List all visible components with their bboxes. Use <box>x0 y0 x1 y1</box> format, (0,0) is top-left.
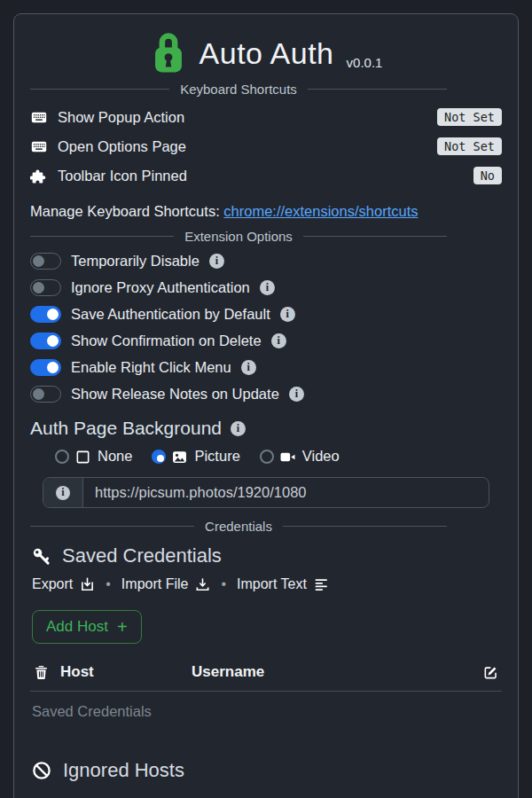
separator-dot: • <box>221 576 226 592</box>
export-label: Export <box>32 576 73 592</box>
camera-video-icon <box>280 450 296 464</box>
username-column-header: Username <box>192 663 483 681</box>
temporarily-disable-toggle[interactable] <box>30 253 61 270</box>
option-label: Enable Right Click Menu <box>71 359 231 376</box>
ignored-hosts-title: Ignored Hosts <box>63 759 184 782</box>
option-row-ignore-proxy: Ignore Proxy Authentication i <box>30 278 502 297</box>
text-left-icon <box>314 577 329 592</box>
info-icon[interactable]: i <box>260 280 275 295</box>
slash-circle-icon <box>32 761 51 780</box>
url-info-addon[interactable]: i <box>43 478 83 507</box>
keyboard-icon <box>30 139 48 154</box>
info-icon: i <box>56 486 70 500</box>
export-link[interactable]: Export <box>32 576 95 592</box>
shortcut-row-show-popup: Show Popup Action Not Set <box>30 108 502 126</box>
ignored-hosts-table-header: Host <box>43 791 502 798</box>
lock-icon <box>150 30 187 76</box>
save-auth-default-toggle[interactable] <box>30 306 61 323</box>
credentials-label: Credentials <box>205 519 272 534</box>
version-label: v0.0.1 <box>347 55 383 76</box>
option-label: Show Confirmation on Delete <box>71 332 262 349</box>
none-radio[interactable] <box>55 450 69 464</box>
puzzle-icon <box>30 168 48 184</box>
shortcut-label: Show Popup Action <box>58 109 184 126</box>
choice-none[interactable]: None <box>55 448 132 465</box>
extension-options-divider: Extension Options <box>30 229 447 244</box>
saved-credentials-title: Saved Credentials <box>62 544 222 567</box>
shortcut-value-badge: Not Set <box>437 137 502 155</box>
separator-dot: • <box>106 576 111 592</box>
info-icon[interactable]: i <box>209 254 224 269</box>
option-row-save-auth-default: Save Authentication by Default i <box>30 304 502 324</box>
auth-background-choices: None Picture Video <box>55 448 502 465</box>
option-label: Show Release Notes on Update <box>71 386 279 403</box>
box-arrow-down-icon <box>80 577 95 592</box>
credentials-actions-row: Export • Import File • Import Text <box>32 576 502 592</box>
shortcut-label: Open Options Page <box>58 138 186 155</box>
choice-label: Picture <box>194 448 239 465</box>
option-row-right-click-menu: Enable Right Click Menu i <box>30 357 502 377</box>
credentials-divider: Credentials <box>30 519 447 534</box>
option-row-temporarily-disable: Temporarily Disable i <box>30 251 502 270</box>
trash-icon[interactable] <box>34 664 49 680</box>
options-page-card: Auto Auth v0.0.1 Keyboard Shortcuts Show… <box>13 13 519 798</box>
choice-label: Video <box>302 448 340 465</box>
shortcut-row-toolbar-pinned: Toolbar Icon Pinned No <box>30 167 502 184</box>
ignore-proxy-toggle[interactable] <box>30 279 61 296</box>
shortcut-value-badge: Not Set <box>437 108 502 126</box>
saved-credentials-empty-text: Saved Credentials <box>32 703 502 720</box>
key-icon <box>32 547 51 566</box>
option-row-release-notes: Show Release Notes on Update i <box>30 384 502 403</box>
option-row-confirm-delete: Show Confirmation on Delete i <box>30 331 502 350</box>
credentials-table-header: Host Username <box>30 658 502 692</box>
auth-background-title: Auth Page Background <box>30 418 222 439</box>
choice-video[interactable]: Video <box>260 448 340 465</box>
right-click-menu-toggle[interactable] <box>30 359 61 376</box>
edit-icon[interactable] <box>483 664 498 680</box>
option-label: Ignore Proxy Authentication <box>71 279 250 296</box>
shortcut-label: Toolbar Icon Pinned <box>58 168 187 184</box>
manage-shortcuts-row: Manage Keyboard Shortcuts: chrome://exte… <box>30 203 502 220</box>
choice-picture[interactable]: Picture <box>152 448 239 465</box>
keyboard-shortcuts-divider: Keyboard Shortcuts <box>30 82 447 97</box>
auth-background-heading-row: Auth Page Background i <box>30 418 502 439</box>
square-icon <box>75 450 91 464</box>
page-title: Auto Auth <box>200 36 334 71</box>
info-icon[interactable]: i <box>231 421 246 436</box>
info-icon[interactable]: i <box>241 360 256 375</box>
option-label: Save Authentication by Default <box>71 306 270 323</box>
shortcut-value-badge: No <box>473 167 502 184</box>
add-host-label: Add Host <box>46 618 108 636</box>
import-file-label: Import File <box>121 576 189 592</box>
page-header: Auto Auth v0.0.1 <box>30 25 502 78</box>
background-url-inputgroup: i <box>43 477 489 508</box>
option-label: Temporarily Disable <box>71 253 200 270</box>
add-host-button[interactable]: Add Host + <box>32 610 142 644</box>
confirm-delete-toggle[interactable] <box>30 332 61 349</box>
import-text-link[interactable]: Import Text <box>237 576 329 592</box>
info-icon[interactable]: i <box>280 307 295 322</box>
picture-radio[interactable] <box>152 450 166 464</box>
import-text-label: Import Text <box>237 576 307 592</box>
manage-shortcuts-link[interactable]: chrome://extensions/shortcuts <box>223 203 418 219</box>
manage-shortcuts-label: Manage Keyboard Shortcuts: <box>30 203 220 219</box>
saved-credentials-heading-row: Saved Credentials <box>32 544 502 567</box>
import-file-link[interactable]: Import File <box>121 576 211 592</box>
extension-options-label: Extension Options <box>184 229 293 244</box>
info-icon[interactable]: i <box>271 333 286 348</box>
image-icon <box>172 450 188 464</box>
keyboard-shortcuts-label: Keyboard Shortcuts <box>180 82 297 97</box>
release-notes-toggle[interactable] <box>30 386 61 403</box>
download-icon <box>195 577 210 592</box>
video-radio[interactable] <box>260 450 274 464</box>
ignored-hosts-heading-row: Ignored Hosts <box>32 759 502 782</box>
plus-icon: + <box>117 621 128 633</box>
host-column-header: Host <box>60 663 192 681</box>
keyboard-icon <box>30 110 48 125</box>
shortcut-row-open-options: Open Options Page Not Set <box>30 137 502 155</box>
info-icon[interactable]: i <box>289 387 304 402</box>
choice-label: None <box>98 448 132 465</box>
background-url-input[interactable] <box>83 478 489 507</box>
